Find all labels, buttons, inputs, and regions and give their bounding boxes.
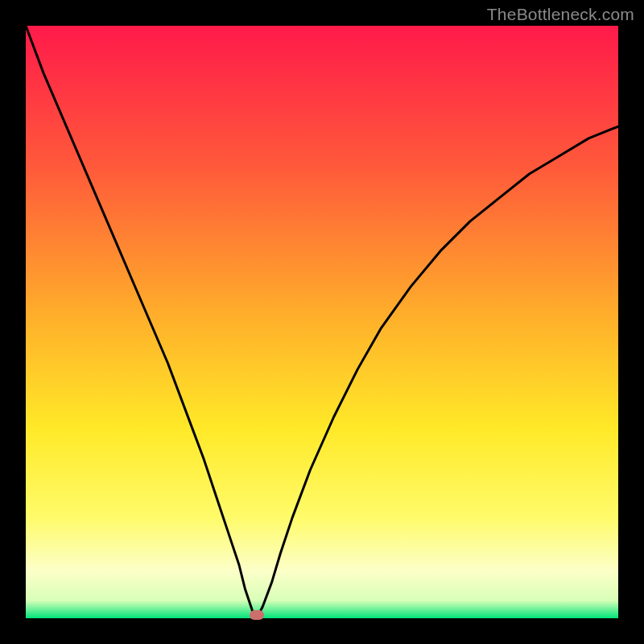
optimum-marker bbox=[250, 610, 264, 620]
bottleneck-curve bbox=[26, 26, 618, 618]
watermark-text: TheBottleneck.com bbox=[487, 5, 634, 24]
chart-frame: TheBottleneck.com bbox=[0, 0, 644, 644]
curve-path bbox=[26, 26, 618, 618]
